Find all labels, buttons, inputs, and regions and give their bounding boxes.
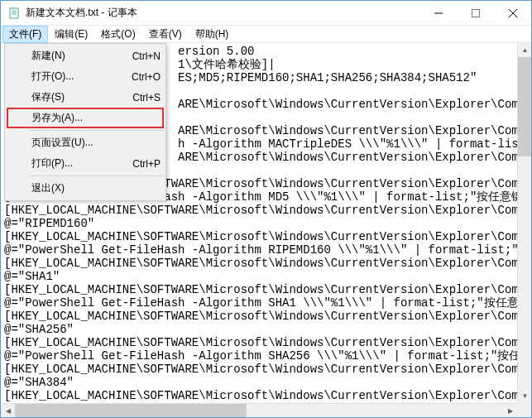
menu-item-label: 打印(P)... — [31, 156, 116, 171]
window-title: 新建文本文档.txt - 记事本 — [26, 6, 419, 20]
scroll-thumb-vertical[interactable] — [518, 57, 531, 156]
menu-item-shortcut: Ctrl+N — [132, 50, 161, 62]
menu-item-page-setup[interactable]: 页面设置(U)... — [7, 132, 164, 153]
app-icon — [7, 7, 21, 20]
minimize-button[interactable] — [419, 1, 457, 25]
menu-item-shortcut: Ctrl+O — [132, 71, 161, 83]
menubar: 文件(F) 编辑(E) 格式(O) 查看(V) 帮助(H) — [1, 26, 531, 43]
scroll-down-button[interactable]: ▼ — [518, 389, 531, 403]
menu-help[interactable]: 帮助(H) — [189, 26, 236, 43]
scroll-right-button[interactable]: ▶ — [503, 404, 517, 417]
menu-edit[interactable]: 编辑(E) — [48, 26, 94, 43]
maximize-button[interactable] — [457, 1, 494, 25]
svg-rect-0 — [10, 8, 18, 18]
titlebar: 新建文本文档.txt - 记事本 — [1, 1, 531, 26]
menu-item-label: 退出(X) — [31, 181, 144, 195]
svg-rect-5 — [472, 9, 480, 17]
menu-item-label: 打开(O)... — [31, 70, 115, 84]
scroll-left-button[interactable]: ◀ — [1, 404, 15, 417]
scroll-corner — [517, 403, 531, 417]
horizontal-scrollbar[interactable]: ◀ ▶ — [1, 403, 517, 417]
close-button[interactable] — [494, 1, 531, 25]
menu-item-save[interactable]: 保存(S) Ctrl+S — [7, 87, 164, 108]
file-dropdown-menu: 新建(N) Ctrl+N 打开(O)... Ctrl+O 保存(S) Ctrl+… — [4, 43, 166, 201]
menu-item-label: 保存(S) — [31, 90, 116, 104]
menu-format[interactable]: 格式(O) — [94, 26, 141, 43]
menu-item-exit[interactable]: 退出(X) — [7, 178, 164, 199]
menu-view[interactable]: 查看(V) — [142, 26, 189, 43]
menu-file[interactable]: 文件(F) — [2, 26, 48, 43]
vertical-scrollbar[interactable]: ▲ ▼ — [517, 43, 531, 403]
window-controls — [419, 1, 531, 25]
scroll-up-button[interactable]: ▲ — [518, 43, 531, 57]
menu-separator — [30, 175, 163, 176]
menu-item-label: 新建(N) — [31, 49, 116, 63]
menu-item-save-as[interactable]: 另存为(A)... — [7, 108, 164, 128]
scroll-thumb-horizontal[interactable] — [15, 404, 247, 417]
content-area: ersion 5.00 1\文件哈希校验]| ES;MD5;RIPEMD160;… — [1, 43, 531, 417]
menu-item-label: 页面设置(U)... — [31, 136, 144, 150]
menu-item-open[interactable]: 打开(O)... Ctrl+O — [7, 66, 164, 87]
menu-item-label: 另存为(A)... — [31, 111, 144, 125]
menu-item-print[interactable]: 打印(P)... Ctrl+P — [7, 153, 164, 174]
menu-item-new[interactable]: 新建(N) Ctrl+N — [7, 46, 164, 66]
menu-item-shortcut: Ctrl+P — [132, 158, 161, 170]
menu-item-shortcut: Ctrl+S — [132, 92, 161, 103]
menu-separator — [30, 130, 163, 131]
